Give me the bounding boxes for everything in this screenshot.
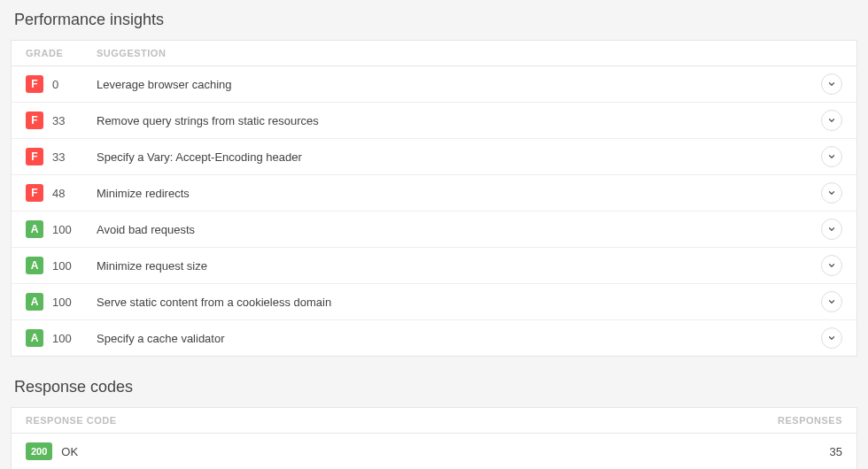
performance-row: F48Minimize redirects <box>12 175 856 211</box>
response-code-header: Response code <box>26 415 736 426</box>
performance-row: F0Leverage browser caching <box>12 66 856 103</box>
grade-badge: A <box>26 220 43 238</box>
grade-badge: A <box>26 293 43 311</box>
grade-badge: F <box>26 75 43 93</box>
response-title: Response codes <box>14 378 857 396</box>
suggestion-header: Suggestion <box>97 48 842 58</box>
grade-score: 48 <box>52 187 65 200</box>
expand-button[interactable] <box>821 146 842 167</box>
grade-cell: F48 <box>26 184 97 202</box>
chevron-down-icon <box>827 259 836 273</box>
response-section: Response codes Response code Responses 2… <box>11 378 857 469</box>
suggestion-text: Minimize redirects <box>97 187 821 200</box>
suggestion-text: Remove query strings from static resourc… <box>97 114 821 127</box>
expand-button[interactable] <box>821 291 842 312</box>
grade-header: Grade <box>26 48 97 58</box>
grade-badge: A <box>26 329 43 347</box>
expand-button[interactable] <box>821 73 842 95</box>
response-code-badge: 200 <box>26 442 52 460</box>
suggestion-text: Leverage browser caching <box>97 78 821 91</box>
grade-cell: F0 <box>26 75 97 93</box>
performance-title: Performance insights <box>14 11 857 29</box>
grade-badge: F <box>26 184 43 202</box>
chevron-down-icon <box>827 332 836 345</box>
performance-row: A100Minimize request size <box>12 248 856 284</box>
responses-count: 35 <box>736 445 842 458</box>
chevron-down-icon <box>827 78 836 91</box>
response-row: 200OK35 <box>12 434 856 469</box>
suggestion-text: Minimize request size <box>97 259 821 273</box>
responses-header: Responses <box>736 415 842 426</box>
suggestion-text: Serve static content from a cookieless d… <box>97 296 821 309</box>
grade-badge: A <box>26 257 43 274</box>
grade-score: 33 <box>52 114 65 127</box>
expand-button[interactable] <box>821 110 842 131</box>
performance-row: A100Serve static content from a cookiele… <box>12 284 856 320</box>
grade-cell: A100 <box>26 329 97 347</box>
performance-section: Performance insights Grade Suggestion F0… <box>11 11 857 357</box>
chevron-down-icon <box>827 114 836 127</box>
suggestion-text: Specify a cache validator <box>97 332 821 345</box>
performance-row: A100Specify a cache validator <box>12 320 856 356</box>
grade-score: 100 <box>52 296 72 309</box>
expand-button[interactable] <box>821 327 842 349</box>
grade-cell: A100 <box>26 293 97 311</box>
expand-button[interactable] <box>821 255 842 276</box>
response-status: OK <box>61 445 78 458</box>
grade-cell: A100 <box>26 257 97 274</box>
response-code-cell: 200OK <box>26 442 736 460</box>
response-header-row: Response code Responses <box>12 408 856 434</box>
performance-header-row: Grade Suggestion <box>12 41 856 66</box>
grade-badge: F <box>26 111 43 129</box>
expand-button[interactable] <box>821 182 842 204</box>
performance-panel: Grade Suggestion F0Leverage browser cach… <box>11 40 857 357</box>
chevron-down-icon <box>827 150 836 164</box>
grade-cell: F33 <box>26 111 97 129</box>
grade-badge: F <box>26 148 43 165</box>
performance-row: A100Avoid bad requests <box>12 211 856 248</box>
suggestion-text: Specify a Vary: Accept-Encoding header <box>97 150 821 164</box>
grade-score: 100 <box>52 332 72 345</box>
chevron-down-icon <box>827 296 836 309</box>
grade-score: 0 <box>52 78 58 91</box>
chevron-down-icon <box>827 223 836 236</box>
response-panel: Response code Responses 200OK35 <box>11 407 857 469</box>
grade-score: 100 <box>52 223 72 236</box>
grade-score: 33 <box>52 150 65 164</box>
performance-row: F33Remove query strings from static reso… <box>12 103 856 139</box>
grade-cell: F33 <box>26 148 97 165</box>
suggestion-text: Avoid bad requests <box>97 223 821 236</box>
chevron-down-icon <box>827 187 836 200</box>
expand-button[interactable] <box>821 219 842 240</box>
grade-score: 100 <box>52 259 72 273</box>
grade-cell: A100 <box>26 220 97 238</box>
performance-row: F33Specify a Vary: Accept-Encoding heade… <box>12 139 856 175</box>
